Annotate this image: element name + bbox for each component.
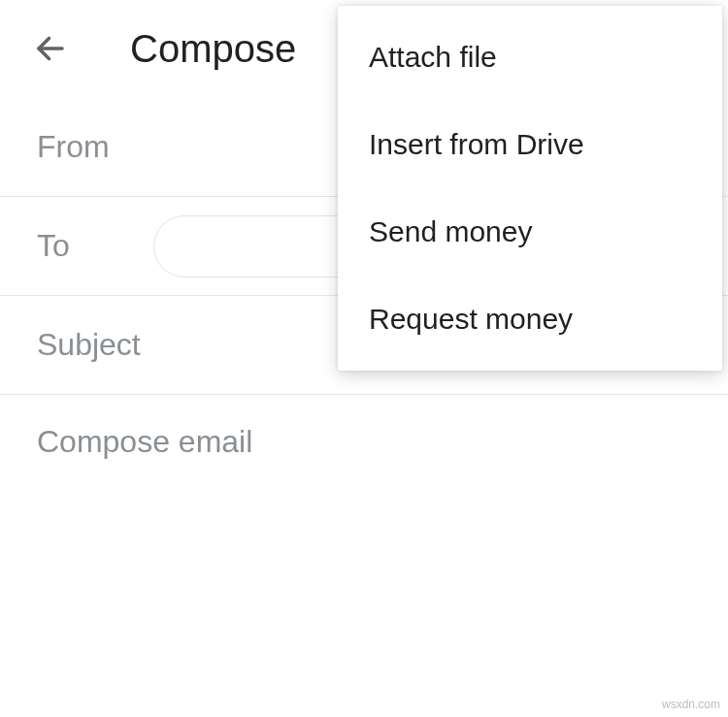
body-placeholder: Compose email (37, 424, 691, 460)
menu-item-label: Insert from Drive (369, 128, 584, 161)
watermark: wsxdn.com (662, 698, 720, 711)
body-row[interactable]: Compose email (0, 395, 728, 511)
back-arrow-icon[interactable] (29, 27, 72, 70)
menu-item-send-money[interactable]: Send money (338, 188, 722, 276)
subject-label: Subject (37, 327, 153, 363)
menu-item-label: Attach file (369, 41, 497, 74)
compose-screen: Compose From To Subject Compose email At… (0, 0, 728, 717)
attachment-menu: Attach file Insert from Drive Send money… (338, 6, 722, 371)
menu-item-label: Request money (369, 303, 573, 336)
from-label: From (37, 129, 153, 165)
to-label: To (37, 228, 153, 264)
menu-item-attach-file[interactable]: Attach file (338, 14, 722, 101)
page-title: Compose (130, 27, 296, 71)
menu-item-request-money[interactable]: Request money (338, 276, 722, 363)
menu-item-insert-from-drive[interactable]: Insert from Drive (338, 101, 722, 188)
menu-item-label: Send money (369, 215, 532, 248)
